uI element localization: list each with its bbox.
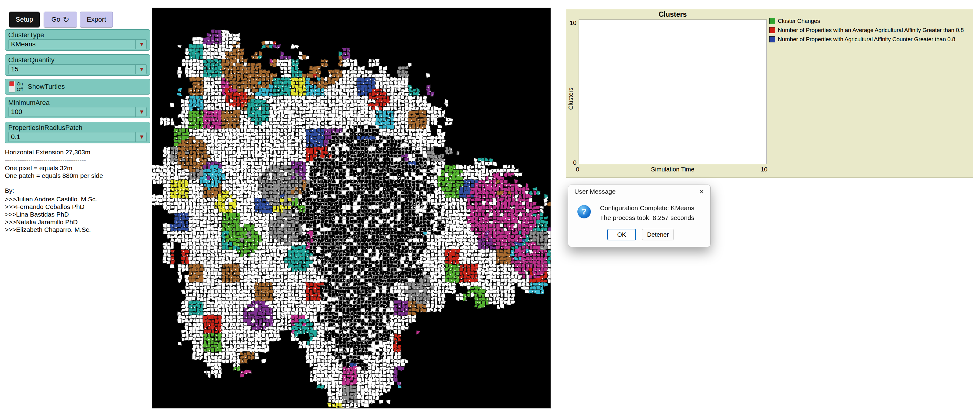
go-button[interactable]: Go ↻ [44, 11, 77, 27]
plot-title: Clusters [579, 10, 767, 19]
properties-in-radius-label: PropertiesInRadiusPatch [8, 124, 147, 132]
properties-in-radius-dropdown[interactable]: 0.1 ▼ [8, 132, 147, 142]
switch-track [9, 81, 15, 92]
legend-item: Cluster Changes [769, 18, 964, 24]
credits-author: >>>Elizabeth Chaparro. M.Sc. [5, 226, 91, 233]
setup-button[interactable]: Setup [9, 11, 40, 27]
switch-knob [10, 81, 14, 86]
ok-button[interactable]: OK [607, 229, 636, 240]
minimum-area-dropdown[interactable]: 100 ▼ [8, 107, 147, 117]
minimum-area-label: MinimumArea [8, 99, 147, 107]
note-pixel-scale: One pixel = equals 32m [5, 164, 72, 172]
legend-label: Number of Properties with an Average Agr… [778, 27, 964, 33]
chevron-down-icon: ▼ [135, 132, 145, 142]
dialog-message-line1: Configuration Complete: KMeans [600, 204, 694, 212]
properties-in-radius-value: 0.1 [11, 133, 21, 141]
plot-area [579, 19, 767, 164]
credits-author: >>>Natalia Jaramillo PhD [5, 218, 78, 226]
chooser-cluster-quantity: ClusterQuantity 15 ▼ [5, 54, 150, 76]
world-view-canvas[interactable] [152, 8, 550, 408]
note-horizontal-extension: Horizontal Extension 27,303m [5, 148, 90, 156]
clusters-plot: Clusters 10 0 Clusters 0 10 Simulation T… [566, 9, 973, 178]
x-axis-label: Simulation Time [579, 166, 767, 173]
cluster-quantity-dropdown[interactable]: 15 ▼ [8, 64, 147, 74]
minimum-area-value: 100 [11, 108, 22, 116]
y-axis-max: 10 [566, 19, 576, 27]
cluster-type-value: KMeans [11, 40, 36, 48]
legend-swatch-blue [769, 36, 775, 42]
show-turtles-label: ShowTurtles [28, 83, 65, 91]
note-patch-scale: One patch = equals 880m per side [5, 172, 103, 179]
forever-icon: ↻ [63, 16, 70, 24]
cluster-type-label: ClusterType [8, 31, 147, 39]
cluster-type-dropdown[interactable]: KMeans ▼ [8, 39, 147, 49]
legend-label: Cluster Changes [778, 18, 820, 24]
legend-label: Number of Properties with Agricultural A… [778, 36, 955, 43]
switch-on-label: On [17, 81, 23, 87]
show-turtles-switch[interactable]: On Off ShowTurtles [5, 79, 150, 95]
credits-author: >>>Julian Andres Castillo. M.Sc. [5, 195, 97, 203]
cluster-quantity-value: 15 [11, 65, 18, 73]
chooser-cluster-type: ClusterType KMeans ▼ [5, 29, 150, 51]
question-icon: ? [578, 205, 591, 218]
chooser-minimum-area: MinimumArea 100 ▼ [5, 97, 150, 118]
export-button[interactable]: Export [80, 11, 113, 27]
legend-item: Number of Properties with Agricultural A… [769, 36, 964, 43]
switch-graphic: On Off [9, 81, 23, 92]
go-button-label: Go [51, 16, 60, 24]
chevron-down-icon: ▼ [135, 107, 145, 116]
world-view [152, 8, 551, 409]
y-axis-min: 0 [566, 159, 576, 166]
credits-author: >>>Lina Bastidas PhD [5, 210, 69, 218]
dialog-title: User Message [574, 188, 616, 195]
y-axis-label: Clusters [567, 88, 574, 110]
legend-swatch-red [769, 27, 775, 33]
chooser-properties-in-radius: PropertiesInRadiusPatch 0.1 ▼ [5, 122, 150, 143]
credits-author: >>>Fernando Ceballos PhD [5, 203, 84, 210]
plot-legend: Cluster Changes Number of Properties wit… [769, 18, 964, 45]
chevron-down-icon: ▼ [135, 40, 145, 49]
user-message-dialog: User Message × ? Configuration Complete:… [568, 185, 711, 247]
legend-item: Number of Properties with an Average Agr… [769, 27, 964, 33]
cluster-quantity-label: ClusterQuantity [8, 56, 147, 64]
close-icon[interactable]: × [696, 187, 707, 197]
credits-by-label: By: [5, 187, 14, 194]
legend-swatch-green [769, 18, 775, 24]
note-divider: -------------------------------------- [5, 156, 86, 164]
switch-off-label: Off [17, 87, 23, 92]
detener-button[interactable]: Detener [642, 229, 674, 240]
chevron-down-icon: ▼ [135, 65, 145, 74]
dialog-message-line2: The process took: 8.257 seconds [600, 214, 694, 221]
